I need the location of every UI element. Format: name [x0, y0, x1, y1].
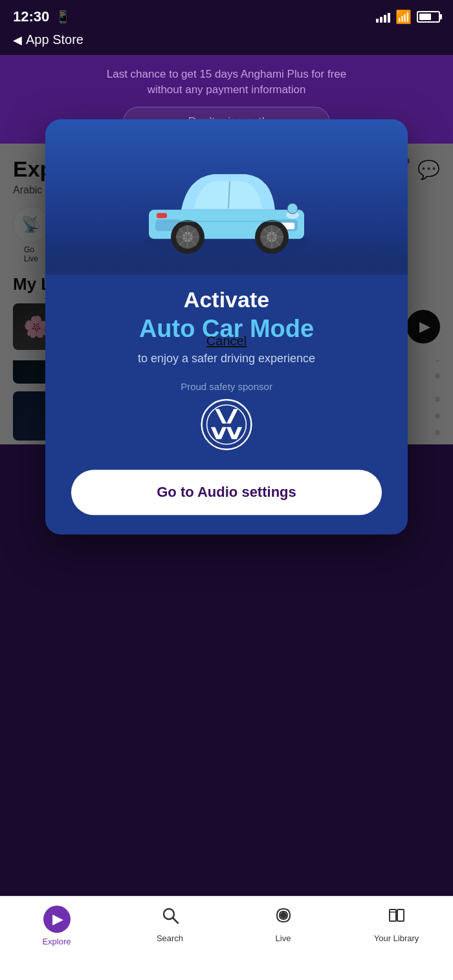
explore-play-icon: ▶	[52, 911, 63, 928]
promo-text: Last chance to get 15 days Anghami Plus …	[19, 67, 434, 98]
signal-bar-3	[384, 15, 386, 23]
search-nav-label: Search	[157, 933, 183, 943]
sim-icon: 📱	[56, 10, 70, 24]
nav-live[interactable]: Live	[226, 906, 340, 943]
signal-bar-2	[380, 17, 382, 23]
explore-nav-label: Explore	[42, 937, 71, 946]
signal-bar-4	[388, 13, 390, 23]
status-time: 12:30	[13, 8, 49, 25]
cancel-button[interactable]: Cancel	[206, 334, 247, 348]
svg-rect-36	[397, 909, 404, 921]
svg-rect-7	[157, 213, 167, 218]
svg-marker-26	[215, 409, 226, 423]
vw-logo	[201, 398, 252, 450]
live-nav-label: Live	[276, 933, 291, 943]
status-right: 📶	[376, 9, 440, 25]
modal-body: Activate Auto Car Mode to enjoy a safer …	[45, 274, 408, 534]
svg-point-24	[202, 400, 252, 450]
background-content: Explore Arabic & International ▼ 🔔 💬 📡 G…	[0, 144, 453, 444]
live-nav-icon	[274, 906, 293, 930]
svg-marker-31	[226, 427, 236, 439]
svg-point-25	[207, 405, 247, 444]
modal-container: Activate Auto Car Mode to enjoy a safer …	[45, 119, 408, 534]
back-nav-label[interactable]: App Store	[26, 32, 83, 47]
back-arrow-icon: ◀	[13, 33, 22, 47]
library-nav-label: Your Library	[374, 933, 419, 943]
svg-line-33	[173, 918, 178, 923]
modal-description: to enjoy a safer driving experience	[71, 352, 382, 365]
back-nav[interactable]: ◀ App Store	[0, 32, 453, 55]
svg-marker-27	[226, 409, 238, 423]
signal-bar-1	[376, 19, 379, 23]
svg-point-22	[287, 203, 298, 213]
bottom-nav: ▶ Explore Search Live	[0, 896, 453, 980]
audio-settings-button[interactable]: Go to Audio settings	[71, 470, 382, 515]
library-nav-icon	[387, 906, 406, 930]
nav-search[interactable]: Search	[113, 906, 226, 943]
battery-fill	[419, 14, 431, 20]
car-svg	[129, 138, 324, 257]
car-illustration-area	[45, 119, 408, 274]
nav-library[interactable]: Your Library	[340, 906, 453, 943]
sponsor-label: Proud safety sponsor	[71, 381, 382, 392]
search-nav-icon	[160, 906, 180, 930]
explore-nav-icon: ▶	[43, 906, 71, 933]
svg-point-34	[280, 912, 287, 919]
cancel-area[interactable]: Cancel	[0, 334, 453, 349]
status-left: 12:30 📱	[13, 8, 70, 25]
signal-bars	[376, 11, 390, 23]
status-bar: 12:30 📱 📶	[0, 0, 453, 32]
wifi-icon: 📶	[395, 9, 412, 25]
svg-rect-35	[390, 909, 396, 921]
svg-marker-29	[217, 427, 226, 439]
nav-explore[interactable]: ▶ Explore	[0, 906, 113, 946]
battery-icon	[417, 11, 440, 23]
activate-label: Activate	[71, 287, 382, 312]
